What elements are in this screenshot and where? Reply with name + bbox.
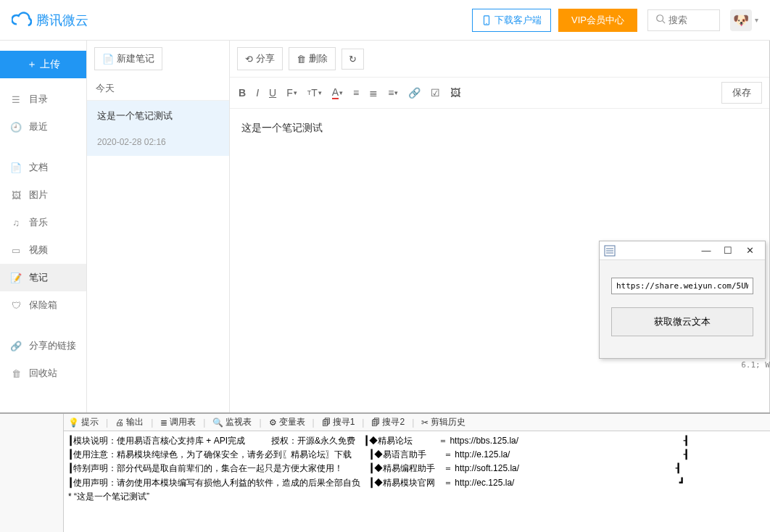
ide-tab-output[interactable]: 🖨输出	[115, 416, 144, 428]
search-icon: 🔍	[212, 417, 223, 428]
ide-row: ┃使用注意：精易模块纯绿色，为了确保安全，请务必到〖精易论坛〗下载 ┃◆易语言助…	[68, 448, 766, 462]
notes-section-header: 今天	[87, 77, 229, 101]
note-list-panel: 📄新建笔记 今天 这是一个笔记测试 2020-02-28 02:16	[87, 41, 230, 412]
font-size-button[interactable]: TT▾	[307, 87, 322, 99]
app-icon	[604, 245, 616, 257]
share-icon: ⟲	[245, 54, 253, 65]
number-list-button[interactable]: ≣	[369, 87, 378, 99]
chevron-down-icon[interactable]: ▾	[755, 16, 758, 24]
ide-tab-watch[interactable]: 🔍监视表	[212, 416, 252, 428]
cloud-logo-icon	[12, 10, 32, 30]
ide-tab-vars[interactable]: ⚙变量表	[269, 416, 305, 428]
vip-center-button[interactable]: VIP会员中心	[558, 9, 637, 32]
bold-button[interactable]: B	[239, 87, 246, 99]
ide-tab-calltable[interactable]: ≣调用表	[160, 416, 196, 428]
format-toolbar: B I U F▾ TT▾ A▾ ≡ ≣ ≡▾ 🔗 ☑ 🖼 保存	[230, 77, 769, 109]
clock-icon: 🕘	[10, 121, 22, 133]
ide-tab-find1[interactable]: 🗐搜寻1	[322, 416, 355, 428]
sidebar-item-recent[interactable]: 🕘最近	[0, 113, 86, 141]
ide-panel: 💡提示| 🖨输出| ≣调用表| 🔍监视表| ⚙变量表| 🗐搜寻1| 🗐搜寻2| …	[0, 412, 770, 532]
logo: 腾讯微云	[12, 10, 88, 30]
dialog-titlebar[interactable]: — ☐ ✕	[600, 241, 765, 260]
sidebar-item-trash[interactable]: 🗑回收站	[0, 359, 86, 387]
share-dialog: — ☐ ✕ 获取微云文本	[599, 241, 766, 359]
ide-row: ┃模块说明：使用易语言核心支持库 + API完成 授权：开源&永久免费 ┃◆精易…	[68, 434, 766, 448]
ide-result-row: * “这是一个笔记测试”	[68, 490, 766, 504]
new-note-button[interactable]: 📄新建笔记	[94, 47, 162, 70]
font-color-button[interactable]: A▾	[332, 86, 343, 99]
new-note-icon: 📄	[102, 54, 114, 65]
ide-row: ┃特别声明：部分代码是取自前辈们的，集合在一起只是方便大家使用！ ┃◆精易编程助…	[68, 462, 766, 475]
sidebar-item-images[interactable]: 🖼图片	[0, 181, 86, 209]
plus-icon: ＋	[27, 58, 37, 71]
help-icon: 💡	[68, 417, 79, 428]
share-button[interactable]: ⟲分享	[237, 47, 283, 70]
logo-text: 腾讯微云	[36, 12, 88, 29]
italic-button[interactable]: I	[256, 87, 259, 99]
maximize-button[interactable]: ☐	[717, 245, 739, 256]
doc-icon: 📄	[10, 162, 22, 173]
svg-point-2	[657, 14, 663, 21]
version-fragment: 6.1; W	[741, 360, 770, 370]
note-list-item[interactable]: 这是一个笔记测试 2020-02-28 02:16	[87, 101, 229, 156]
image-icon: 🖼	[10, 189, 22, 201]
close-button[interactable]: ✕	[739, 245, 761, 256]
sidebar-item-directory[interactable]: ☰目录	[0, 86, 86, 113]
trash-icon: 🗑	[297, 54, 306, 65]
trash-icon: 🗑	[10, 367, 22, 379]
sidebar-item-safe[interactable]: 🛡保险箱	[0, 291, 86, 319]
svg-line-3	[663, 20, 666, 23]
ide-tab-tips[interactable]: 💡提示	[68, 416, 99, 428]
clip-icon: ✂	[421, 417, 429, 428]
insert-image-button[interactable]: 🖼	[450, 87, 460, 99]
svg-point-1	[486, 22, 487, 23]
refresh-icon: ↻	[349, 54, 357, 65]
font-family-button[interactable]: F▾	[286, 87, 297, 99]
avatar[interactable]: 🐶	[730, 9, 752, 31]
video-icon: ▭	[10, 244, 22, 256]
save-button[interactable]: 保存	[721, 82, 762, 104]
download-client-button[interactable]: 下载客户端	[472, 9, 551, 32]
sidebar-item-video[interactable]: ▭视频	[0, 236, 86, 264]
align-button[interactable]: ≡▾	[388, 87, 398, 99]
vars-icon: ⚙	[269, 417, 277, 428]
ide-gutter	[0, 414, 64, 532]
output-icon: 🖨	[115, 417, 124, 428]
minimize-button[interactable]: —	[695, 245, 717, 256]
bullet-list-button[interactable]: ≡	[353, 87, 359, 99]
sidebar-item-music[interactable]: ♫音乐	[0, 209, 86, 236]
checklist-button[interactable]: ☑	[431, 87, 440, 99]
app-header: 腾讯微云 下载客户端 VIP会员中心 🐶 ▾	[0, 0, 770, 41]
ide-tab-find2[interactable]: 🗐搜寻2	[371, 416, 405, 428]
search-box[interactable]	[647, 9, 720, 31]
ide-output[interactable]: ┃模块说明：使用易语言核心支持库 + API完成 授权：开源&永久免费 ┃◆精易…	[64, 431, 770, 507]
find-icon: 🗐	[322, 417, 331, 428]
table-icon: ≣	[160, 417, 167, 428]
music-icon: ♫	[10, 217, 22, 228]
search-input[interactable]	[668, 14, 712, 25]
sidebar-item-notes[interactable]: 📝笔记	[0, 264, 86, 291]
note-item-date: 2020-02-28 02:16	[97, 137, 219, 147]
ide-row: ┃使用声明：请勿使用本模块编写有损他人利益的软件，造成的后果全部自负 ┃◆精易模…	[68, 476, 766, 490]
search-icon	[655, 14, 666, 27]
ide-tab-clip[interactable]: ✂剪辑历史	[421, 416, 465, 428]
phone-icon	[481, 15, 492, 25]
note-item-title: 这是一个笔记测试	[97, 109, 219, 122]
sidebar-item-shared[interactable]: 🔗分享的链接	[0, 332, 86, 359]
note-icon: 📝	[10, 272, 22, 283]
list-icon: ☰	[10, 93, 22, 105]
insert-link-button[interactable]: 🔗	[408, 87, 421, 99]
shield-icon: 🛡	[10, 299, 22, 311]
fetch-text-button[interactable]: 获取微云文本	[611, 307, 753, 336]
upload-button[interactable]: ＋ 上传	[0, 51, 86, 78]
find-icon: 🗐	[371, 417, 380, 428]
link-icon: 🔗	[10, 340, 22, 352]
sidebar: ＋ 上传 ☰目录 🕘最近 📄文档 🖼图片 ♫音乐 ▭视频 📝笔记 🛡保险箱 🔗分…	[0, 41, 87, 412]
refresh-button[interactable]: ↻	[341, 49, 364, 70]
ide-tabs: 💡提示| 🖨输出| ≣调用表| 🔍监视表| ⚙变量表| 🗐搜寻1| 🗐搜寻2| …	[64, 414, 770, 431]
share-url-input[interactable]	[611, 278, 753, 294]
sidebar-item-docs[interactable]: 📄文档	[0, 154, 86, 181]
delete-button[interactable]: 🗑删除	[289, 47, 336, 70]
underline-button[interactable]: U	[269, 87, 276, 99]
